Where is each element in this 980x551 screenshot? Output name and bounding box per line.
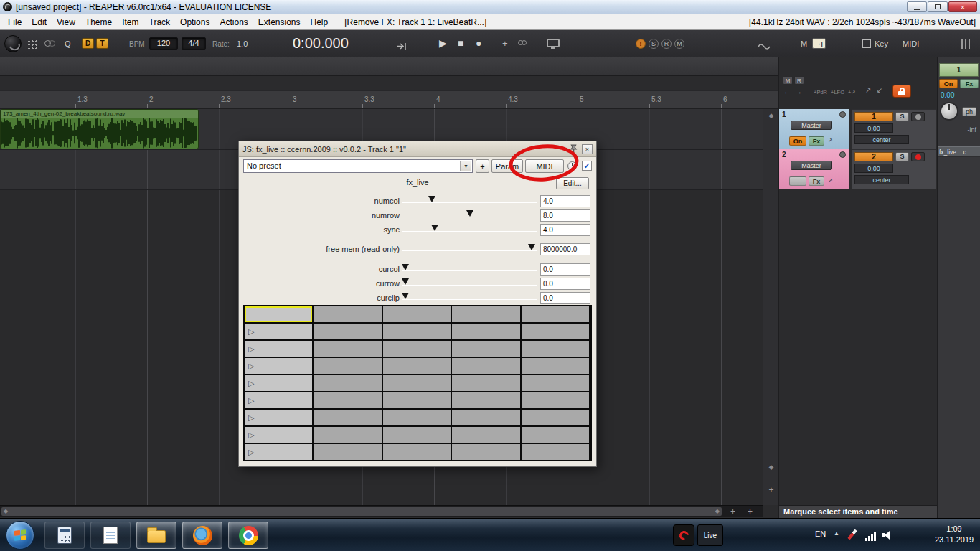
clip-cell-r1c3[interactable]	[452, 324, 520, 339]
slider-value[interactable]: 8000000.0	[540, 243, 590, 255]
hscroll-right-handle[interactable]: ◆	[715, 508, 720, 514]
link-icon[interactable]	[518, 40, 527, 45]
fx-slider-free-mem-read-only-[interactable]: free mem (read-only)8000000.0	[239, 242, 596, 257]
toolbar-dock-icon[interactable]	[961, 39, 971, 49]
clip-cell-r6c3[interactable]	[452, 410, 520, 425]
clip-cell-r1c1[interactable]	[314, 324, 382, 339]
slider-value[interactable]: 0.0	[540, 278, 590, 290]
clip-cell-r1c4[interactable]	[522, 324, 590, 339]
mixer-volume-value[interactable]: 0.00	[941, 91, 954, 99]
fx-enable-checkbox[interactable]: ✓	[582, 161, 592, 171]
solo-button[interactable]: S	[895, 112, 909, 121]
track-on-button[interactable]: On	[789, 136, 806, 146]
mixer-track-header[interactable]: 1	[939, 63, 979, 77]
record-arm-button[interactable]	[839, 151, 846, 158]
taskbar-notepad-icon[interactable]	[90, 522, 131, 549]
goto-end-icon[interactable]	[396, 40, 407, 53]
pan-value[interactable]: center	[854, 175, 909, 184]
clip-cell-r6c1[interactable]	[314, 410, 382, 425]
vertical-scrollbar[interactable]: ◆ ◆ +	[763, 109, 778, 505]
track-badge[interactable]: 1	[854, 112, 893, 121]
stop-button[interactable]: ■	[458, 37, 463, 49]
slider-value[interactable]: 4.0	[540, 195, 590, 207]
record-arm-button[interactable]	[839, 111, 846, 118]
clip-cell-r3c0[interactable]: ▷	[245, 358, 312, 374]
clip-cell-r4c0[interactable]: ▷	[245, 375, 312, 391]
menu-options[interactable]: Options	[175, 15, 215, 29]
bpm-value[interactable]: 120	[149, 37, 178, 50]
tray-expand-icon[interactable]: ▲	[834, 530, 839, 537]
menu-help[interactable]: Help	[306, 15, 334, 29]
env-arrow-icon[interactable]: ↗	[828, 177, 833, 184]
hint-route[interactable]: +↗	[848, 89, 856, 95]
clip-cell-r8c2[interactable]	[383, 444, 451, 460]
clip-cell-r2c4[interactable]	[522, 341, 590, 357]
slider-thumb[interactable]	[431, 225, 438, 231]
clip-cell-r4c2[interactable]	[383, 375, 451, 391]
clip-cell-r8c3[interactable]	[452, 444, 520, 460]
fx-slider-curcol[interactable]: curcol0.0	[239, 263, 596, 277]
clip-cell-r5c2[interactable]	[383, 392, 451, 408]
fx-slider-numcol[interactable]: numcol4.0	[239, 194, 596, 209]
fx-window-titlebar[interactable]: JS: fx_live :: ccernn.2009 :: v0.0.2 - T…	[239, 141, 596, 157]
clip-cell-r8c1[interactable]	[314, 444, 382, 460]
record-arm-button[interactable]	[911, 152, 925, 161]
clip-cell-r5c4[interactable]	[522, 392, 590, 408]
slider-value[interactable]: 8.0	[540, 209, 590, 222]
tray-pen-icon[interactable]	[847, 529, 857, 540]
preset-add-button[interactable]: +	[476, 159, 489, 173]
record-button[interactable]: ●	[476, 37, 481, 49]
volume-value[interactable]: 0.00	[854, 164, 893, 173]
clip-cell-r4c1[interactable]	[314, 375, 382, 391]
menu-extensions[interactable]: Extensions	[253, 15, 306, 29]
clip-cell-r4c4[interactable]	[522, 375, 590, 391]
track-badge[interactable]: 2	[854, 152, 893, 161]
menu-track[interactable]: Track	[144, 15, 176, 29]
vscroll-top-handle[interactable]: ◆	[763, 112, 779, 119]
hscroll-left-handle[interactable]: ◆	[4, 508, 8, 514]
fx-close-button[interactable]: ×	[582, 144, 593, 154]
tray-network-icon[interactable]	[865, 532, 876, 541]
grid-dots-icon[interactable]	[27, 39, 37, 49]
tray-language[interactable]: EN	[815, 529, 826, 538]
pan-value[interactable]: center	[854, 135, 909, 144]
hzoom-in-icon[interactable]: +	[748, 507, 753, 517]
master-m-button[interactable]: M	[783, 76, 793, 85]
hint-pdr[interactable]: +PdR	[814, 89, 827, 95]
docker-d-button[interactable]: D	[82, 38, 94, 49]
slider-track[interactable]	[402, 202, 537, 203]
hscroll-thumb[interactable]: ◆ ◆	[1, 507, 722, 516]
clip-cell-r6c0[interactable]: ▷	[245, 410, 312, 425]
add-marker-icon[interactable]: +	[502, 38, 508, 49]
master-r-button[interactable]: R	[794, 76, 804, 85]
clip-cell-r3c2[interactable]	[383, 358, 451, 374]
clip-cell-r2c2[interactable]	[383, 341, 451, 357]
q-button[interactable]: Q	[65, 39, 71, 48]
indicator-![interactable]: !	[636, 39, 646, 49]
phase-button[interactable]: ph	[962, 107, 976, 116]
grid-icon[interactable]	[862, 39, 871, 48]
play-button[interactable]: ▶	[439, 37, 447, 49]
solo-button[interactable]: S	[895, 152, 909, 161]
slider-thumb[interactable]	[402, 264, 409, 270]
clip-cell-r0c3[interactable]	[452, 306, 520, 322]
reaper-logo-icon[interactable]	[4, 35, 22, 52]
fx-slot-label[interactable]: fx_live :: c	[938, 146, 980, 157]
clip-cell-r0c2[interactable]	[383, 306, 451, 322]
close-button[interactable]: ×	[948, 1, 977, 12]
midi-button[interactable]: MIDI	[525, 159, 564, 173]
mixer-fx-button[interactable]: Fx	[960, 79, 979, 88]
fx-slider-sync[interactable]: sync4.0	[239, 223, 596, 237]
waveform-icon[interactable]	[758, 40, 771, 53]
slider-value[interactable]: 4.0	[540, 224, 590, 236]
clip-cell-r7c2[interactable]	[383, 427, 451, 443]
pin-icon[interactable]	[568, 143, 579, 154]
rate-value[interactable]: 1.0	[237, 39, 248, 48]
maximize-button[interactable]	[928, 1, 948, 12]
clip-cell-r0c0[interactable]	[245, 306, 312, 322]
menu-file[interactable]: File	[3, 15, 27, 29]
monitor-icon[interactable]	[547, 39, 560, 47]
wet-knob[interactable]	[567, 161, 577, 171]
track-panel-2[interactable]: 2 Master Fx ↗	[779, 149, 849, 189]
clip-cell-r8c4[interactable]	[522, 444, 590, 460]
